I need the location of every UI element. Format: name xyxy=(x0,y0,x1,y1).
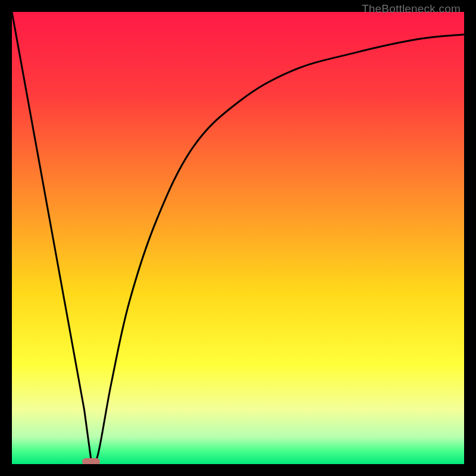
bottleneck-curve xyxy=(12,12,464,464)
chart-frame: TheBottleneck.com xyxy=(0,0,476,476)
min-marker xyxy=(82,458,100,464)
plot-area xyxy=(12,12,464,464)
watermark-text: TheBottleneck.com xyxy=(362,2,461,15)
